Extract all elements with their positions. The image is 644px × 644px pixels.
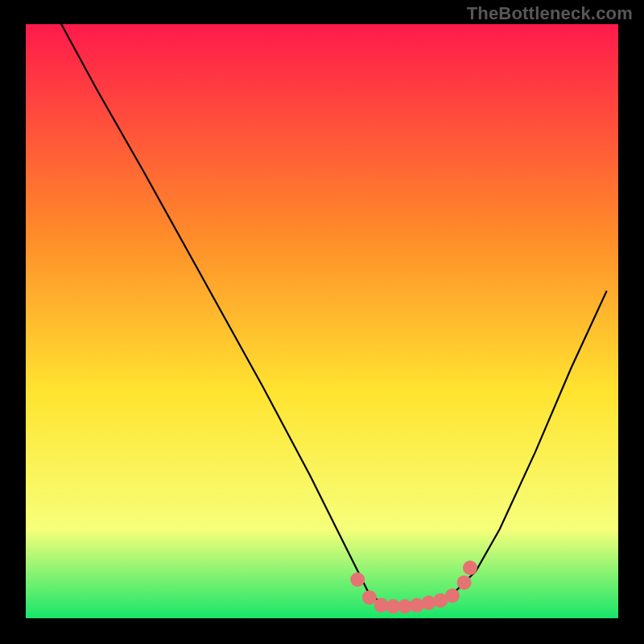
optimal-marker	[350, 572, 365, 587]
watermark-text: TheBottleneck.com	[467, 3, 633, 24]
optimal-marker	[445, 588, 460, 603]
chart-svg	[26, 24, 618, 618]
gradient-background	[26, 24, 618, 618]
plot-area	[26, 24, 618, 618]
optimal-marker	[463, 560, 477, 575]
optimal-marker	[457, 576, 472, 590]
optimal-marker	[362, 590, 377, 605]
chart-frame: TheBottleneck.com	[0, 0, 644, 644]
